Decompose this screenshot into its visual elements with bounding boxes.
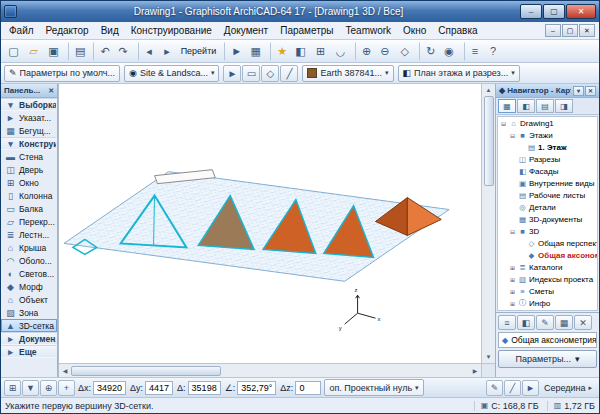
- marquee-icon[interactable]: ▦: [246, 42, 265, 61]
- coordinate-input[interactable]: 35198: [188, 381, 221, 395]
- coordinate-input[interactable]: 0: [295, 381, 321, 395]
- tree-item-project-indexes[interactable]: ⊞ ▥ Индексы проекта: [498, 273, 597, 285]
- zoom-in-icon[interactable]: ⊕: [355, 42, 374, 61]
- menu-item[interactable]: Окно: [397, 23, 432, 38]
- toolbox-close-icon[interactable]: ✕: [48, 87, 54, 95]
- layers-icon[interactable]: ◧: [291, 42, 310, 61]
- back-icon[interactable]: ◂: [138, 42, 157, 61]
- tree-item-3d-documents[interactable]: ▦ 3D-документы: [498, 213, 597, 225]
- relative-origin-icon[interactable]: ⊕: [40, 380, 57, 396]
- find-select-icon[interactable]: ►: [224, 42, 245, 61]
- toolbox-section-selection[interactable]: ▾ Выборка: [1, 98, 57, 111]
- tree-expander-icon[interactable]: ⊞: [509, 300, 516, 307]
- menu-item[interactable]: Документ: [218, 23, 274, 38]
- menu-item[interactable]: Редактор: [40, 23, 95, 38]
- origin-combo[interactable]: оп. Проектный нуль ▾: [324, 379, 423, 396]
- navigator-header[interactable]: ◈ Навигатор - Карта п... ▾✕: [496, 84, 599, 98]
- tree-item-stories[interactable]: ⊟ ■ Этажи: [498, 129, 597, 141]
- zoom-out-icon[interactable]: ⊖: [375, 42, 394, 61]
- tree-item-story-1[interactable]: ▤ 1. Этаж: [498, 141, 597, 153]
- tool-window[interactable]: ⊞ Окно: [1, 176, 57, 189]
- scroll-right-icon[interactable]: ▶: [469, 365, 481, 377]
- coordinate-input[interactable]: 352,79°: [237, 381, 276, 395]
- tree-item-axonometry[interactable]: ◆ Общая аксонометрия: [498, 249, 597, 261]
- mdi-minimize-button[interactable]: –: [545, 24, 561, 37]
- mdi-restore-button[interactable]: ▢: [562, 24, 578, 37]
- minimize-button[interactable]: –: [520, 4, 542, 19]
- default-settings-button[interactable]: ✎ Параметры по умолч...: [4, 65, 120, 82]
- tool-mesh[interactable]: ▲ 3D-сетка: [1, 319, 57, 332]
- scroll-left-icon[interactable]: ◀: [59, 365, 71, 377]
- tool-pointer[interactable]: ► Указат...: [1, 111, 57, 124]
- tree-item-worksheets[interactable]: ▤ Рабочие листы: [498, 189, 597, 201]
- tool-door[interactable]: ◫ Дверь: [1, 163, 57, 176]
- tool-morph[interactable]: ◆ Морф: [1, 280, 57, 293]
- layer-combo[interactable]: ◧ План этажа и разрез... ▾: [398, 65, 520, 82]
- scroll-down-icon[interactable]: ▼: [483, 351, 495, 363]
- drawing-canvas-area[interactable]: z x y ▲ ▼ ◀ ▶: [58, 84, 495, 377]
- tree-expander-icon[interactable]: ⊟: [509, 132, 516, 139]
- qo-layers-icon[interactable]: ◧: [517, 315, 535, 330]
- grid-snap-icon[interactable]: ⊞: [4, 380, 21, 396]
- vertical-scrollbar[interactable]: ▲ ▼: [481, 84, 495, 363]
- toolbox-section-document[interactable]: ▸ Докумен...: [1, 332, 57, 345]
- help-icon[interactable]: ?: [484, 42, 503, 61]
- maximize-button[interactable]: ▢: [543, 4, 565, 19]
- 3d-canvas[interactable]: z x y: [59, 84, 481, 363]
- go-to-button[interactable]: Перейти: [178, 42, 220, 61]
- tool-slab[interactable]: ▱ Перекр...: [1, 215, 57, 228]
- tree-expander-icon[interactable]: ⊟: [509, 228, 516, 235]
- qo-pen-icon[interactable]: ✎: [536, 315, 554, 330]
- horizontal-scroll-thumb[interactable]: [71, 366, 221, 376]
- pen-color-icon[interactable]: ✎: [486, 380, 503, 396]
- grid-snap-icon[interactable]: ⊞: [311, 42, 330, 61]
- tree-item-details[interactable]: ◎ Детали: [498, 201, 597, 213]
- tool-object[interactable]: ⌂ Объект: [1, 293, 57, 306]
- tool-zone[interactable]: ▨ Зона: [1, 306, 57, 319]
- toolbox-section-design[interactable]: ▾ Конструи: [1, 137, 57, 150]
- close-button[interactable]: ✕: [566, 4, 596, 19]
- tool-stair[interactable]: ≣ Лестн...: [1, 228, 57, 241]
- favorites-combo[interactable]: ◉ Site & Landsca... ▾: [124, 65, 219, 82]
- menu-item[interactable]: Файл: [3, 23, 40, 38]
- nav-close-icon[interactable]: ✕: [585, 86, 596, 96]
- tool-column[interactable]: ▯ Колонна: [1, 189, 57, 202]
- tool-skylight[interactable]: ◐ Светов...: [1, 267, 57, 280]
- qo-close-icon[interactable]: ✕: [574, 315, 592, 330]
- title-bar[interactable]: Drawing1 - Graphisoft ArchiCAD-64 17 - […: [1, 1, 599, 22]
- new-icon[interactable]: ▢: [4, 42, 23, 61]
- tool-roof[interactable]: ⌂ Крыша: [1, 241, 57, 254]
- snap-point-icon[interactable]: ►: [522, 380, 539, 396]
- publisher-tab-icon[interactable]: ◨: [555, 99, 573, 113]
- tree-item-interior-views[interactable]: ▣ Внутренние виды: [498, 177, 597, 189]
- quick-views-icon[interactable]: ≡: [464, 42, 483, 61]
- qo-settings-icon[interactable]: ≡: [498, 315, 516, 330]
- tree-expander-icon[interactable]: ⊞: [509, 276, 516, 283]
- coordinate-input[interactable]: 4417: [145, 381, 173, 395]
- print-icon[interactable]: ▤: [68, 42, 88, 61]
- forward-icon[interactable]: ▸: [158, 42, 177, 61]
- save-icon[interactable]: ▣: [44, 42, 63, 61]
- tree-item-perspective[interactable]: ◇ Общая перспектива: [498, 237, 597, 249]
- rotated-method-icon[interactable]: ◇: [261, 65, 279, 82]
- tool-marquee[interactable]: ▦ Бегущ...: [1, 124, 57, 137]
- favorites-icon[interactable]: ★: [270, 42, 290, 61]
- fit-view-icon[interactable]: ◇: [395, 42, 414, 61]
- tree-item-schedules[interactable]: ⊞ ≣ Каталоги: [498, 261, 597, 273]
- coordinates-icon[interactable]: +: [58, 380, 75, 396]
- camera-icon[interactable]: ◉: [440, 42, 459, 61]
- orbit-icon[interactable]: ↻: [419, 42, 438, 61]
- tree-item-3d[interactable]: ⊟ ■ 3D: [498, 225, 597, 237]
- open-icon[interactable]: ▱: [24, 42, 43, 61]
- tree-item-project[interactable]: ⊟ ⌂ Drawing1: [498, 117, 597, 129]
- line-type-icon[interactable]: ╱: [504, 380, 521, 396]
- gravity-icon[interactable]: ▼: [22, 380, 39, 396]
- menu-item[interactable]: Справка: [432, 23, 483, 38]
- magnet-icon[interactable]: ◡: [331, 42, 350, 61]
- tree-item-info[interactable]: ⊞ ⓘ Инфо: [498, 297, 597, 309]
- material-combo[interactable]: Earth 387841... ▾: [302, 65, 393, 82]
- tree-item-help[interactable]: ? Справка: [498, 309, 597, 311]
- qo-model-icon[interactable]: ▦: [555, 315, 573, 330]
- view-map-tab-icon[interactable]: ◧: [517, 99, 535, 113]
- menu-item[interactable]: Конструирование: [125, 23, 218, 38]
